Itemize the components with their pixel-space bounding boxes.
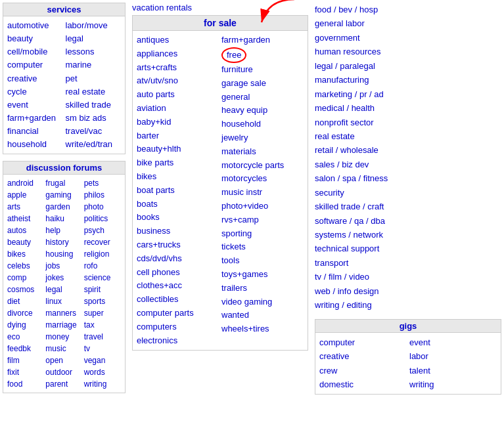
jobs-softwareqa[interactable]: software / qa / dba [315, 214, 501, 228]
jobs-humanresources[interactable]: human resources [315, 45, 501, 58]
disc-manners[interactable]: manners [45, 307, 82, 319]
disc-psych[interactable]: psych [84, 225, 121, 236]
gigs-crew[interactable]: crew [319, 364, 407, 377]
disc-fixit[interactable]: fixit [7, 366, 44, 378]
disc-words[interactable]: words [84, 366, 121, 378]
jobs-foodbevhosp[interactable]: food / bev / hosp [315, 3, 501, 16]
disc-celebs[interactable]: celebs [7, 260, 44, 272]
fs-general[interactable]: general [221, 91, 304, 104]
fs-atvutvsno[interactable]: atv/utv/sno [137, 74, 219, 88]
jobs-retailwholesale[interactable]: retail / wholesale [315, 143, 501, 157]
disc-arts[interactable]: arts [7, 201, 44, 213]
jobs-nonprofitsector[interactable]: nonprofit sector [315, 116, 501, 129]
services-link-farmgarden[interactable]: farm+garden [7, 112, 63, 125]
jobs-generallabor[interactable]: general labor [315, 16, 501, 30]
fs-electronics[interactable]: electronics [137, 334, 219, 348]
fs-sporting[interactable]: sporting [221, 227, 304, 241]
disc-music[interactable]: music [45, 343, 82, 355]
disc-pets[interactable]: pets [84, 177, 121, 189]
disc-outdoor[interactable]: outdoor [45, 366, 82, 378]
services-link-smbizads[interactable]: sm biz ads [66, 112, 122, 125]
disc-jokes[interactable]: jokes [45, 272, 82, 284]
services-link-realestate[interactable]: real estate [66, 85, 122, 98]
fs-wheelstires[interactable]: wheels+tires [221, 322, 304, 336]
disc-film[interactable]: film [7, 355, 44, 366]
fs-tickets[interactable]: tickets [221, 240, 304, 254]
services-link-pet[interactable]: pet [66, 72, 122, 85]
services-link-labormove[interactable]: labor/move [66, 19, 122, 32]
jobs-salesbizdev[interactable]: sales / biz dev [315, 158, 501, 171]
fs-heavyequip[interactable]: heavy equip [221, 104, 304, 118]
fs-computers[interactable]: computers [137, 320, 219, 334]
fs-materials[interactable]: materials [221, 145, 304, 159]
services-link-automotive[interactable]: automotive [7, 19, 63, 32]
disc-religion[interactable]: religion [84, 248, 121, 260]
gigs-computer[interactable]: computer [319, 335, 407, 349]
disc-tax[interactable]: tax [84, 319, 121, 331]
disc-dying[interactable]: dying [7, 319, 44, 331]
disc-travel[interactable]: travel [84, 331, 121, 343]
disc-haiku[interactable]: haiku [45, 213, 82, 225]
disc-photo[interactable]: photo [84, 201, 121, 213]
services-link-computer[interactable]: computer [7, 58, 63, 72]
fs-aviation[interactable]: aviation [137, 102, 219, 116]
vacation-rentals-link[interactable]: vacation rentals [132, 3, 308, 12]
disc-autos[interactable]: autos [7, 225, 44, 236]
fs-toysgames[interactable]: toys+games [221, 268, 304, 282]
jobs-legalparalegal[interactable]: legal / paralegal [315, 59, 501, 73]
disc-jobs[interactable]: jobs [45, 260, 82, 272]
services-link-skilledtrade[interactable]: skilled trade [66, 98, 122, 112]
disc-rofo[interactable]: rofo [84, 260, 121, 272]
disc-gaming[interactable]: gaming [45, 189, 82, 201]
fs-books[interactable]: books [137, 211, 219, 225]
disc-politics[interactable]: politics [84, 213, 121, 225]
gigs-talent[interactable]: talent [409, 364, 497, 377]
fs-carstrucks[interactable]: cars+trucks [137, 238, 219, 252]
disc-eco[interactable]: eco [7, 331, 44, 343]
disc-bikes[interactable]: bikes [7, 248, 44, 260]
disc-feedbk[interactable]: feedbk [7, 343, 44, 355]
jobs-skilledtrade[interactable]: skilled trade / craft [315, 200, 501, 213]
gigs-writing[interactable]: writing [409, 377, 497, 391]
fs-antiques[interactable]: antiques [137, 33, 219, 47]
fs-cellphones[interactable]: cell phones [137, 266, 219, 280]
fs-free[interactable]: free [221, 47, 304, 63]
fs-artscrafts[interactable]: arts+crafts [137, 61, 219, 75]
disc-recover[interactable]: recover [84, 236, 121, 248]
fs-motorcycleparts[interactable]: motorcycle parts [221, 159, 304, 173]
disc-sports[interactable]: sports [84, 295, 121, 307]
jobs-marketingprad[interactable]: marketing / pr / ad [315, 87, 501, 101]
fs-boatparts[interactable]: boat parts [137, 184, 219, 198]
jobs-webinfodesign[interactable]: web / info design [315, 284, 501, 298]
services-link-cycle[interactable]: cycle [7, 85, 63, 98]
fs-trailers[interactable]: trailers [221, 282, 304, 295]
fs-farmgarden[interactable]: farm+garden [221, 33, 304, 47]
disc-spirit[interactable]: spirit [84, 284, 121, 295]
disc-food[interactable]: food [7, 378, 44, 390]
jobs-transport[interactable]: transport [315, 256, 501, 270]
fs-bikeparts[interactable]: bike parts [137, 156, 219, 170]
services-link-cellmobile[interactable]: cell/mobile [7, 45, 63, 58]
fs-motorcycles[interactable]: motorcycles [221, 172, 304, 186]
fs-boats[interactable]: boats [137, 198, 219, 211]
services-link-legal[interactable]: legal [66, 32, 122, 45]
fs-babykid[interactable]: baby+kid [137, 116, 219, 129]
fs-furniture[interactable]: furniture [221, 63, 304, 77]
fs-clothesacc[interactable]: clothes+acc [137, 279, 219, 293]
disc-science[interactable]: science [84, 272, 121, 284]
services-link-marine[interactable]: marine [66, 58, 122, 72]
jobs-tvfilm[interactable]: tv / film / video [315, 270, 501, 284]
disc-open[interactable]: open [45, 355, 82, 366]
fs-computerparts[interactable]: computer parts [137, 307, 219, 320]
jobs-realestate[interactable]: real estate [315, 129, 501, 143]
fs-videogaming[interactable]: video gaming [221, 295, 304, 309]
services-link-event[interactable]: event [7, 98, 63, 112]
fs-rvscamp[interactable]: rvs+camp [221, 213, 304, 227]
fs-collectibles[interactable]: collectibles [137, 293, 219, 307]
disc-marriage[interactable]: marriage [45, 319, 82, 331]
disc-history[interactable]: history [45, 236, 82, 248]
fs-tools[interactable]: tools [221, 254, 304, 268]
disc-help[interactable]: help [45, 225, 82, 236]
gigs-domestic[interactable]: domestic [319, 377, 407, 391]
fs-cdsdvdvhs[interactable]: cds/dvd/vhs [137, 252, 219, 266]
